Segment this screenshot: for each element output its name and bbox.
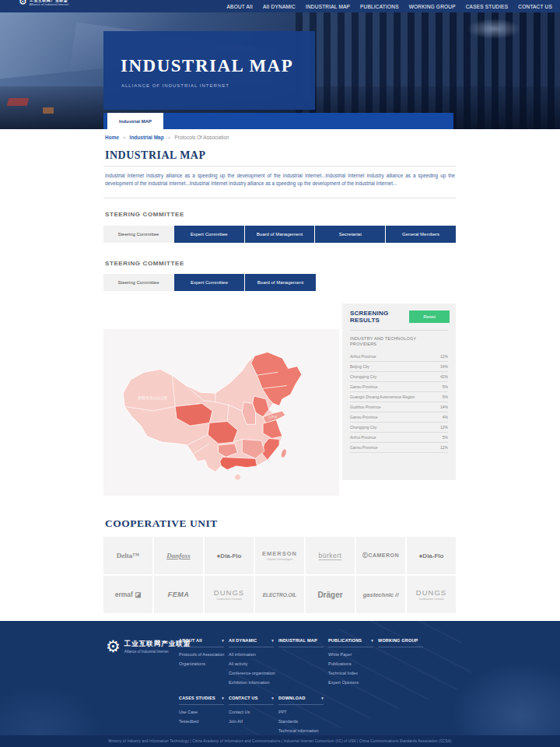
breadcrumb-home[interactable]: Home [105,135,119,140]
province-value: 5% [443,435,448,440]
tab-secretariat[interactable]: Secretariat [315,226,386,243]
logo-text: DUNGS [416,588,446,597]
screening-row[interactable]: Anhui Province5% [350,433,448,443]
divider [103,166,456,167]
province-name: Gansu Province [350,384,378,389]
footer-link[interactable]: Technical information [278,728,324,733]
map-label-xinjiang: 新疆维吾尔自治区 [138,395,167,401]
top-navbar: ⚙ 工业互联网产业联盟 Alliance of Industrial Inter… [0,0,560,12]
footer-col-title-label: AII DYNAMIC [229,638,257,643]
screening-row[interactable]: Beijing City34% [350,362,448,372]
footer-link[interactable]: Standards [278,719,324,724]
breadcrumb-separator: > [123,135,126,140]
tab-expert-committee-2[interactable]: Expert Committee [174,274,245,291]
footer-col-download: DOWNLOAD▾ PPT Standards Technical inform… [278,696,324,733]
cooperative-unit-title: COOPERATIVE UNIT [105,517,218,530]
logo-subtext: Combustion Controls [216,598,242,601]
footer-col-title[interactable]: INDUSTRIAL MAP [278,638,324,643]
nav-aii-dynamic[interactable]: AII DYNAMIC [263,4,296,9]
partner-logo-burkert[interactable]: bürkert [306,537,355,574]
footer-link[interactable]: Testedbed [179,719,224,724]
breadcrumb-industrial-map[interactable]: Industrial Map [130,135,164,140]
nav-publications[interactable]: PUBLICATIONS [360,4,399,9]
screening-row[interactable]: Guizhou Province14% [350,402,448,412]
footer-col-title[interactable]: DOWNLOAD▾ [278,696,324,700]
screening-row[interactable]: Gansu Province5% [350,382,448,392]
footer-link[interactable]: Publications [328,661,373,666]
province-name: Beijing City [350,364,369,369]
divider [179,704,224,705]
chevron-down-icon: ▾ [271,638,274,643]
active-section-tab[interactable]: Industrial MAP [107,113,163,129]
partner-logo-diaflo[interactable]: ●Dia-Flo [407,537,456,574]
screening-row[interactable]: Guangxi Zhuang Autonomous Region5% [350,392,448,402]
province-value: 12% [440,354,448,359]
footer-link[interactable]: All information [229,652,274,657]
partner-logo-gastechnic[interactable]: gastechnic // [356,576,405,613]
footer: ⚙ 工业互联网产业联盟 Alliance of Industrial Inter… [0,621,560,747]
footer-link[interactable]: Protocols of Association [179,652,224,657]
tab-board-of-management-2[interactable]: Board of Management [245,274,316,291]
footer-link[interactable]: Technical Index [328,671,373,675]
footer-link[interactable]: Use Case [179,710,224,714]
page: ⚙ 工业互联网产业联盟 Alliance of Industrial Inter… [0,0,560,747]
footer-col-title-label: PUBLICATIONS [328,638,362,643]
footer-link[interactable]: PPT [278,710,324,714]
footer-col-title[interactable]: ABOUT AII▾ [179,638,224,643]
footer-link[interactable]: Organizations [179,661,224,666]
partner-logo-ermaf[interactable]: ermaf ◪ [103,576,152,613]
tab-expert-committee[interactable]: Expert Committee [174,226,245,243]
partner-logo-grid: Delta™ Danfoss ●Dia-Flo EMERSONClimate T… [103,537,456,613]
breadcrumb-separator: > [168,135,171,140]
partner-logo-draeger[interactable]: Dräger [306,576,355,613]
partner-logo-delta[interactable]: Delta™ [103,537,152,574]
nav-contact-us[interactable]: CONTACT US [518,4,552,9]
province-value: 5% [443,384,448,389]
partner-logo-emerson[interactable]: EMERSONClimate Technologies [255,537,304,574]
nav-about-aii[interactable]: ABOUT AII [227,4,253,9]
logo-text: ●Dia-Flo [217,552,242,559]
screening-row[interactable]: Chongqing City42% [350,372,448,382]
footer-link[interactable]: Exhibition information [229,680,274,685]
footer-link[interactable]: Contact Us [229,710,274,714]
china-choropleth-map[interactable]: 新疆维吾尔自治区 山东省 [110,332,333,493]
tab-steering-committee[interactable]: Steering Committee [103,226,174,243]
footer-link[interactable]: White Paper [328,652,373,657]
nav-working-group[interactable]: WORKING GROUP [409,4,456,9]
hero-photo-detail [43,107,54,114]
tab-steering-committee-2[interactable]: Steering Committee [103,274,174,291]
footer-col-title[interactable]: AII DYNAMIC▾ [229,638,274,643]
screening-row[interactable]: Gansu Province4% [350,412,448,423]
committee-tabs-2: Steering Committee Expert Committee Boar… [103,274,316,291]
footer-logo[interactable]: ⚙ 工业互联网产业联盟 Alliance of Industrial Inter… [106,638,191,654]
footer-col-title[interactable]: CONTACT US▾ [229,696,274,700]
nav-industrial-map[interactable]: INDUSTRIAL MAP [306,4,350,9]
footer-link[interactable]: Expert Opinions [328,680,373,685]
partner-logo-fema[interactable]: FEMA [154,576,203,613]
chevron-down-icon: ▾ [371,638,373,643]
site-logo[interactable]: ⚙ 工业互联网产业联盟 Alliance of Industrial Inter… [19,0,68,6]
screening-row[interactable]: Chongqing City12% [350,423,448,433]
partner-logo-electrooil[interactable]: ELECTRO.OIL [255,576,304,613]
screening-row[interactable]: Gansu Province12% [350,443,448,453]
province-name: Chongqing City [350,425,376,430]
tab-board-of-management[interactable]: Board of Management [245,226,316,243]
tab-label: Steering Committee [117,280,159,285]
partner-logo-cameron[interactable]: ⒸCAMERON [356,537,405,574]
partner-logo-danfoss[interactable]: Danfoss [154,537,203,574]
tab-general-members[interactable]: General Members [386,226,456,243]
partner-logo-dungs[interactable]: DUNGSCombustion Controls [407,576,456,613]
footer-link[interactable]: Join AII [229,719,274,724]
hero-subtitle: ALLIANCE OF INDUSTRIAL INTERNET [121,83,229,88]
reset-button[interactable]: Reset [409,310,450,323]
footer-col-title[interactable]: PUBLICATIONS▾ [328,638,373,643]
partner-logo-diaflo[interactable]: ●Dia-Flo [205,537,254,574]
screening-row[interactable]: Anhui Province12% [350,352,448,362]
footer-col-title[interactable]: WORKING GROUP [378,638,423,643]
footer-link[interactable]: Conference organization [229,671,274,675]
partner-logo-dungs[interactable]: DUNGSCombustion Controls [205,576,254,613]
section-tab-band: Industrial MAP [103,113,453,129]
nav-cases-studies[interactable]: CASES STUDIES [466,4,509,9]
footer-col-title[interactable]: CASES STUDIES▾ [179,696,224,700]
footer-link[interactable]: All activity [229,661,274,666]
